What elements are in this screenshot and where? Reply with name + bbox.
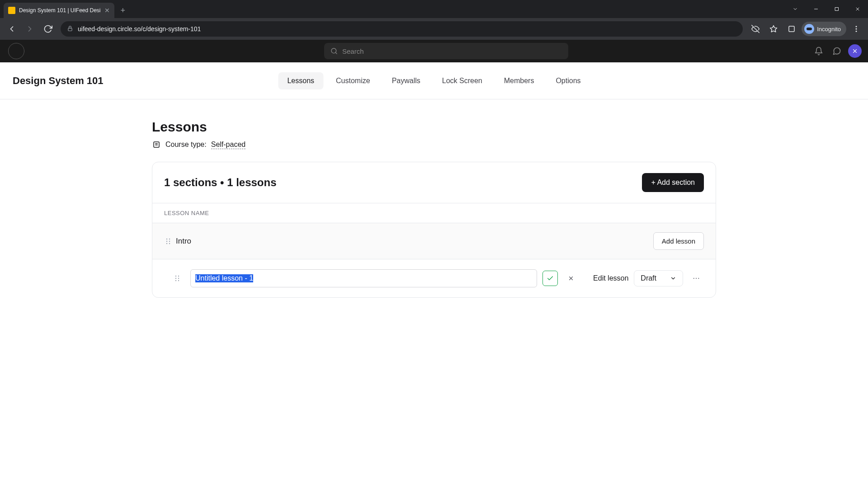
svg-point-25	[178, 276, 179, 277]
address-bar[interactable]: uifeed-design.circle.so/c/design-system-…	[61, 21, 743, 37]
svg-point-26	[175, 278, 176, 279]
svg-point-18	[166, 238, 167, 239]
tab-customize[interactable]: Customize	[327, 72, 379, 89]
lock-icon	[67, 25, 73, 33]
chevron-down-icon[interactable]	[785, 0, 806, 18]
course-type-icon	[152, 140, 161, 149]
section-name[interactable]: Intro	[176, 237, 653, 246]
lesson-name-input[interactable]	[190, 269, 537, 287]
confirm-button[interactable]	[542, 271, 558, 286]
drag-handle-icon[interactable]	[164, 238, 172, 245]
reload-button[interactable]	[40, 21, 56, 37]
course-editor-modal: Design System 101 LessonsCustomizePaywal…	[0, 62, 868, 488]
chat-icon[interactable]	[830, 44, 844, 58]
svg-point-34	[698, 278, 699, 279]
svg-rect-1	[835, 8, 839, 11]
incognito-icon	[804, 24, 814, 34]
svg-point-22	[166, 243, 167, 244]
eye-off-icon[interactable]	[747, 21, 764, 37]
lesson-status-select[interactable]: Draft	[634, 270, 683, 286]
tab-paywalls[interactable]: Paywalls	[383, 72, 429, 89]
cancel-button[interactable]	[563, 271, 579, 286]
incognito-indicator[interactable]: Incognito	[802, 22, 846, 36]
new-tab-button[interactable]: +	[114, 3, 132, 18]
global-search[interactable]: Search	[324, 43, 568, 59]
svg-point-9	[856, 28, 857, 29]
tab-lessons[interactable]: Lessons	[278, 72, 323, 89]
app-header-dimmed: Search	[0, 40, 868, 62]
favicon-icon	[8, 7, 15, 14]
svg-point-23	[169, 243, 170, 244]
page-title: Lessons	[152, 119, 716, 135]
course-title: Design System 101	[13, 75, 104, 87]
svg-point-10	[856, 31, 857, 32]
forward-button[interactable]	[22, 21, 38, 37]
tab-title: Design System 101 | UIFeed Desi	[19, 7, 101, 14]
browser-menu-icon[interactable]	[848, 21, 864, 37]
search-placeholder: Search	[342, 47, 364, 55]
url-text: uifeed-design.circle.so/c/design-system-…	[78, 25, 201, 33]
add-section-button[interactable]: + Add section	[642, 173, 704, 192]
status-value: Draft	[641, 274, 656, 282]
close-window-button[interactable]	[847, 0, 868, 18]
more-options-button[interactable]	[689, 271, 704, 286]
bookmark-star-icon[interactable]	[765, 21, 782, 37]
svg-point-21	[169, 240, 170, 241]
chevron-down-icon	[670, 275, 676, 282]
tab-options[interactable]: Options	[547, 72, 590, 89]
tab-lock-screen[interactable]: Lock Screen	[433, 72, 491, 89]
minimize-button[interactable]	[806, 0, 826, 18]
incognito-label: Incognito	[817, 26, 841, 33]
section-row: Intro Add lesson	[152, 223, 716, 259]
svg-line-12	[335, 52, 337, 54]
bell-icon[interactable]	[812, 44, 826, 58]
course-type-row: Course type: Self-paced	[152, 140, 716, 149]
svg-point-20	[166, 240, 167, 241]
svg-point-27	[178, 278, 179, 279]
extensions-icon[interactable]	[783, 21, 800, 37]
svg-point-19	[169, 238, 170, 239]
svg-point-33	[696, 278, 697, 279]
svg-marker-6	[770, 26, 777, 32]
maximize-button[interactable]	[826, 0, 847, 18]
column-header-lesson-name: LESSON NAME	[152, 203, 716, 223]
svg-point-24	[175, 276, 176, 277]
drag-handle-icon[interactable]	[173, 275, 181, 282]
back-button[interactable]	[4, 21, 20, 37]
course-type-label: Course type:	[165, 141, 207, 149]
sections-summary: 1 sections • 1 lessons	[164, 176, 277, 189]
lesson-row: Edit lesson Draft	[152, 259, 716, 297]
close-tab-icon[interactable]: ✕	[104, 7, 110, 14]
svg-point-32	[693, 278, 694, 279]
window-controls	[785, 0, 868, 18]
svg-point-28	[175, 280, 176, 281]
svg-rect-7	[789, 26, 794, 32]
modal-tabs: LessonsCustomizePaywallsLock ScreenMembe…	[278, 72, 590, 89]
lessons-content: Lessons Course type: Self-paced 1 sectio…	[145, 99, 723, 298]
workspace-avatar	[8, 43, 24, 59]
tab-members[interactable]: Members	[495, 72, 543, 89]
modal-header: Design System 101 LessonsCustomizePaywal…	[0, 62, 868, 99]
browser-toolbar: uifeed-design.circle.so/c/design-system-…	[0, 18, 868, 40]
svg-point-29	[178, 280, 179, 281]
svg-rect-4	[68, 28, 72, 31]
course-type-value-link[interactable]: Self-paced	[211, 141, 246, 149]
browser-tab-strip: Design System 101 | UIFeed Desi ✕ +	[0, 0, 868, 18]
edit-lesson-link[interactable]: Edit lesson	[593, 274, 628, 282]
lessons-card: 1 sections • 1 lessons + Add section LES…	[152, 162, 716, 298]
browser-tab[interactable]: Design System 101 | UIFeed Desi ✕	[4, 3, 114, 18]
card-header: 1 sections • 1 lessons + Add section	[152, 162, 716, 203]
close-modal-button[interactable]	[848, 44, 862, 58]
svg-point-8	[856, 26, 857, 27]
add-lesson-button[interactable]: Add lesson	[653, 232, 704, 250]
